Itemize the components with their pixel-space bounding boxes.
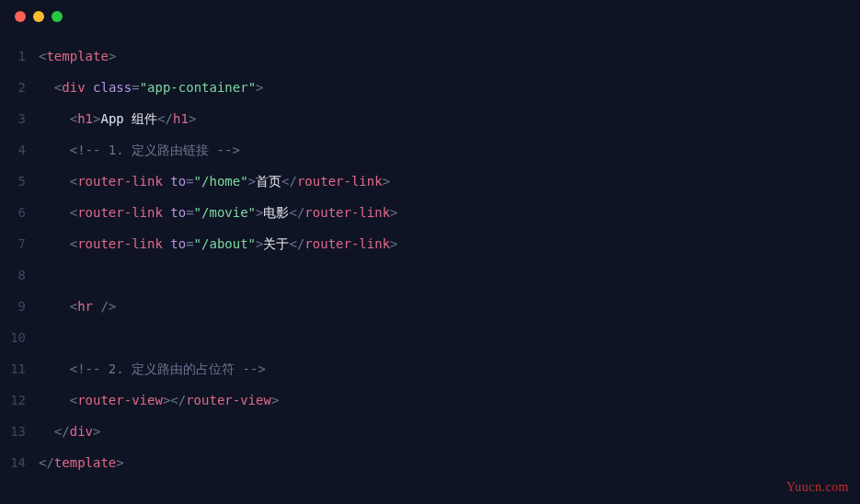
line-number: 7 <box>0 228 39 259</box>
code-area[interactable]: 1<template>2 <div class="app-container">… <box>0 33 860 478</box>
code-token: router-link <box>304 236 390 251</box>
code-token: = <box>186 205 193 220</box>
code-token: <!-- 1. 定义路由链接 --> <box>70 143 240 157</box>
line-number: 10 <box>0 322 39 353</box>
line-number: 1 <box>0 40 39 72</box>
code-token: > <box>256 80 263 95</box>
code-token: 关于 <box>263 236 289 251</box>
code-token: > <box>116 455 123 470</box>
line-content[interactable]: <router-view></router-view> <box>39 384 860 416</box>
code-line[interactable]: 9 <hr /> <box>0 291 860 322</box>
code-token: < <box>70 111 77 126</box>
code-token: to <box>170 174 186 189</box>
code-line[interactable]: 4 <!-- 1. 定义路由链接 --> <box>0 134 860 166</box>
code-line[interactable]: 12 <router-view></router-view> <box>0 384 860 416</box>
code-token: "/about" <box>194 236 256 251</box>
code-token: </ <box>289 236 304 251</box>
code-token: "app-container" <box>140 80 256 95</box>
window-minimize-icon[interactable] <box>33 11 44 22</box>
code-line[interactable]: 11 <!-- 2. 定义路由的占位符 --> <box>0 353 860 384</box>
code-token: < <box>70 299 77 314</box>
line-number: 3 <box>0 103 39 134</box>
code-token: "/movie" <box>194 205 256 220</box>
code-token: router-link <box>77 236 163 251</box>
line-number: 2 <box>0 72 39 103</box>
code-token: = <box>132 80 139 95</box>
line-content[interactable]: <router-link to="/about">关于</router-link… <box>39 228 860 259</box>
line-content[interactable]: <router-link to="/home">首页</router-link> <box>39 166 860 197</box>
line-number: 12 <box>0 384 39 416</box>
code-token: div <box>62 80 85 95</box>
code-token: > <box>390 236 397 251</box>
line-number: 11 <box>0 353 39 384</box>
code-token: router-link <box>304 205 390 220</box>
code-token: </ <box>281 174 297 189</box>
code-token: router-link <box>77 205 163 220</box>
code-token: </ <box>170 393 186 407</box>
line-content[interactable]: </div> <box>39 416 860 447</box>
editor-window: 1<template>2 <div class="app-container">… <box>0 0 860 504</box>
code-token: router-view <box>186 393 271 407</box>
code-line[interactable]: 7 <router-link to="/about">关于</router-li… <box>0 228 860 259</box>
code-token: < <box>70 393 77 407</box>
line-number: 6 <box>0 197 39 228</box>
line-content[interactable]: <div class="app-container"> <box>39 72 860 103</box>
code-line[interactable]: 13 </div> <box>0 416 860 447</box>
line-content[interactable]: <router-link to="/movie">电影</router-link… <box>39 197 860 228</box>
code-line[interactable]: 5 <router-link to="/home">首页</router-lin… <box>0 166 860 197</box>
code-line[interactable]: 2 <div class="app-container"> <box>0 72 860 103</box>
line-number: 4 <box>0 134 39 166</box>
line-number: 14 <box>0 447 39 478</box>
line-content[interactable]: <template> <box>39 40 860 72</box>
code-line[interactable]: 14</template> <box>0 447 860 478</box>
window-close-icon[interactable] <box>15 11 26 22</box>
code-token: div <box>70 424 93 439</box>
window-maximize-icon[interactable] <box>52 11 63 22</box>
code-token: </ <box>289 205 304 220</box>
line-number: 13 <box>0 416 39 447</box>
watermark-label: Yuucn.com <box>786 480 849 495</box>
code-line[interactable]: 1<template> <box>0 40 860 72</box>
code-token: /> <box>93 299 116 314</box>
line-content[interactable]: <hr /> <box>39 291 860 322</box>
code-token: to <box>170 236 186 251</box>
code-token: > <box>93 424 100 439</box>
code-line[interactable]: 6 <router-link to="/movie">电影</router-li… <box>0 197 860 228</box>
code-token: <!-- 2. 定义路由的占位符 --> <box>70 361 266 376</box>
code-token: 电影 <box>263 205 289 220</box>
line-content[interactable]: <!-- 2. 定义路由的占位符 --> <box>39 353 860 384</box>
code-token: 首页 <box>256 174 281 189</box>
code-token: router-link <box>77 174 163 189</box>
line-number: 8 <box>0 259 39 291</box>
line-content[interactable]: <!-- 1. 定义路由链接 --> <box>39 134 860 166</box>
code-token: > <box>271 393 279 407</box>
code-token: template <box>54 455 116 470</box>
code-token: App 组件 <box>100 111 157 126</box>
code-token: = <box>186 236 193 251</box>
code-token: < <box>70 174 77 189</box>
code-token: class <box>93 80 132 95</box>
code-token: = <box>186 174 193 189</box>
code-token: > <box>383 174 390 189</box>
code-token: router-link <box>297 174 383 189</box>
code-token: </ <box>54 424 70 439</box>
line-content[interactable]: </template> <box>39 447 860 478</box>
code-token: > <box>248 174 256 189</box>
code-line[interactable]: 8 <box>0 259 860 291</box>
code-token: h1 <box>173 111 189 126</box>
line-number: 9 <box>0 291 39 322</box>
line-content[interactable]: <h1>App 组件</h1> <box>39 103 860 134</box>
code-token: to <box>170 205 186 220</box>
code-token: </ <box>39 455 54 470</box>
code-token: < <box>70 236 77 251</box>
line-number: 5 <box>0 166 39 197</box>
code-line[interactable]: 3 <h1>App 组件</h1> <box>0 103 860 134</box>
code-line[interactable]: 10 <box>0 322 860 353</box>
code-token: "/home" <box>194 174 248 189</box>
code-token <box>86 80 93 95</box>
window-title-bar <box>0 0 860 33</box>
code-token: template <box>46 49 108 63</box>
code-token: < <box>70 205 77 220</box>
code-token: router-view <box>77 393 163 407</box>
code-token: </ <box>157 111 173 126</box>
